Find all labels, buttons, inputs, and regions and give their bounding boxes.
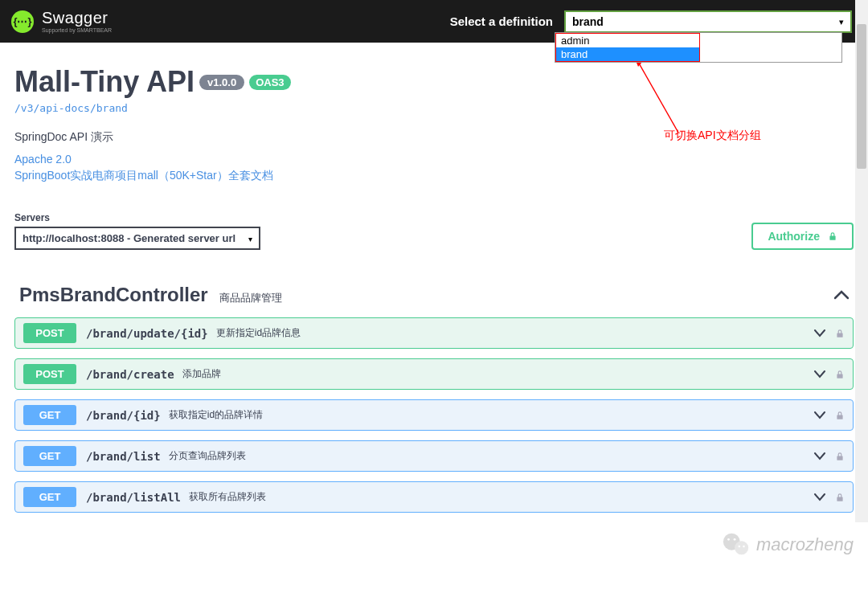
- definition-select[interactable]: brand: [564, 10, 852, 33]
- dropdown-option-admin[interactable]: admin: [556, 34, 699, 47]
- annotation-arrow-icon: [635, 59, 683, 139]
- operation-row[interactable]: POST/brand/update/{id}更新指定id品牌信息: [14, 317, 854, 349]
- chevron-down-icon: [814, 370, 825, 378]
- api-version-badge: v1.0.0: [199, 75, 244, 90]
- tag-header[interactable]: PmsBrandController 商品品牌管理: [14, 277, 854, 317]
- operation-summary: 获取所有品牌列表: [189, 490, 266, 504]
- annotation-text: 可切换API文档分组: [664, 129, 761, 143]
- operation-summary: 添加品牌: [182, 367, 221, 381]
- lock-icon: [835, 410, 845, 421]
- api-docs-url[interactable]: /v3/api-docs/brand: [14, 102, 854, 114]
- http-method-badge: GET: [23, 405, 76, 425]
- chevron-down-icon: [814, 493, 825, 501]
- api-info-block: Mall-Tiny API v1.0.0 OAS3 /v3/api-docs/b…: [0, 43, 868, 198]
- tag-name: PmsBrandController: [19, 284, 208, 306]
- chevron-down-icon: [814, 411, 825, 419]
- authorize-label: Authorize: [768, 230, 820, 243]
- chevron-down-icon: [814, 452, 825, 460]
- authorize-button[interactable]: Authorize: [751, 223, 854, 250]
- servers-block: Servers http://localhost:8088 - Generate…: [14, 212, 260, 250]
- oas-badge: OAS3: [249, 75, 290, 90]
- vertical-scrollbar[interactable]: [855, 0, 868, 522]
- scrollbar-thumb[interactable]: [857, 24, 866, 169]
- lock-icon: [835, 369, 845, 380]
- lock-icon: [835, 451, 845, 462]
- license-link[interactable]: Apache 2.0: [14, 153, 854, 166]
- http-method-badge: POST: [23, 364, 76, 384]
- operation-path: /brand/update/{id}: [86, 327, 208, 340]
- chevron-up-icon: [834, 287, 849, 304]
- operation-summary: 分页查询品牌列表: [169, 449, 246, 463]
- servers-label: Servers: [14, 212, 260, 223]
- operation-summary: 获取指定id的品牌详情: [169, 408, 263, 422]
- operation-row[interactable]: GET/brand/listAll获取所有品牌列表: [14, 481, 854, 513]
- definition-dropdown-list: admin brand: [555, 32, 842, 63]
- operation-path: /brand/list: [86, 450, 161, 463]
- lock-icon: [835, 328, 845, 339]
- operation-summary: 更新指定id品牌信息: [216, 326, 301, 340]
- http-method-badge: POST: [23, 323, 76, 343]
- http-method-badge: GET: [23, 446, 76, 466]
- lock-icon: [828, 231, 837, 242]
- operation-path: /brand/{id}: [86, 409, 161, 422]
- logo-subtitle: Supported by SMARTBEAR: [42, 27, 112, 33]
- server-select[interactable]: http://localhost:8088 - Generated server…: [14, 227, 260, 250]
- operation-row[interactable]: GET/brand/list分页查询品牌列表: [14, 440, 854, 472]
- operation-row[interactable]: GET/brand/{id}获取指定id的品牌详情: [14, 399, 854, 431]
- chevron-down-icon: [814, 329, 825, 337]
- swagger-logo-icon: {⋯}: [11, 10, 34, 33]
- dropdown-option-brand[interactable]: brand: [556, 47, 699, 61]
- http-method-badge: GET: [23, 487, 76, 507]
- logo-title: Swagger: [42, 10, 112, 26]
- operation-path: /brand/listAll: [86, 491, 181, 504]
- svg-line-0: [638, 62, 678, 133]
- operation-row[interactable]: POST/brand/create添加品牌: [14, 358, 854, 390]
- tag-description: 商品品牌管理: [219, 291, 282, 305]
- external-docs-link[interactable]: SpringBoot实战电商项目mall（50K+Star）全套文档: [14, 169, 854, 183]
- definition-select-label: Select a definition: [450, 14, 553, 28]
- lock-icon: [835, 492, 845, 503]
- operation-path: /brand/create: [86, 368, 174, 381]
- api-title: Mall-Tiny API: [14, 65, 194, 99]
- swagger-logo: {⋯} Swagger Supported by SMARTBEAR: [11, 10, 112, 33]
